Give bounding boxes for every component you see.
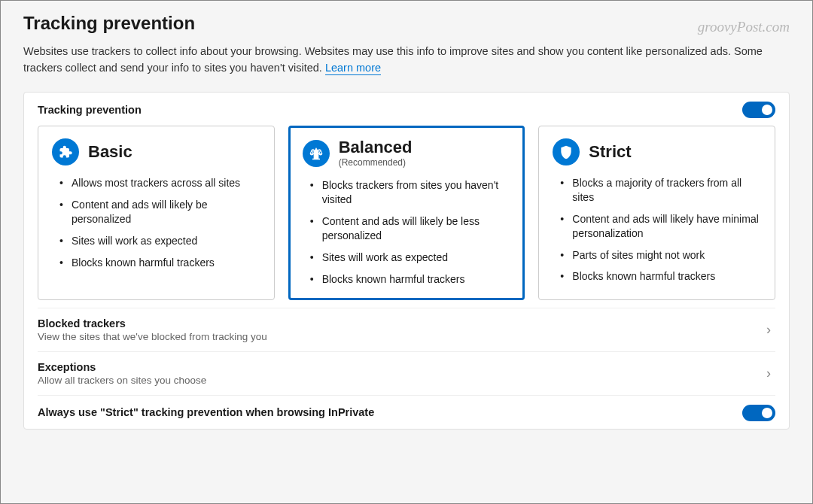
chevron-right-icon: ›: [766, 366, 775, 381]
list-item: Blocks a majority of trackers from all s…: [559, 176, 761, 205]
list-item: Allows most trackers across all sites: [58, 176, 260, 190]
tracking-prevention-panel: Tracking prevention Basic Allows most tr…: [23, 92, 790, 430]
inprivate-strict-row: Always use "Strict" tracking prevention …: [38, 395, 775, 426]
list-item: Content and ads will likely be less pers…: [309, 214, 511, 243]
scales-icon: [303, 140, 330, 167]
learn-more-link[interactable]: Learn more: [325, 62, 381, 75]
list-item: Blocks known harmful trackers: [309, 272, 511, 287]
list-item: Sites will work as expected: [309, 250, 511, 265]
list-item: Sites will work as expected: [58, 234, 260, 248]
level-cards: Basic Allows most trackers across all si…: [38, 126, 775, 301]
card-basic-header: Basic: [52, 138, 260, 165]
inprivate-strict-toggle[interactable]: [742, 405, 775, 421]
inprivate-strict-title: Always use "Strict" tracking prevention …: [38, 406, 374, 418]
shield-icon: [553, 138, 580, 165]
card-basic-title: Basic: [88, 143, 132, 161]
card-balanced-list: Blocks trackers from sites you haven't v…: [303, 178, 511, 286]
page-description: Websites use trackers to collect info ab…: [23, 43, 790, 77]
page-title: Tracking prevention: [23, 13, 790, 34]
card-balanced-header: Balanced (Recommended): [303, 138, 511, 168]
page-description-text: Websites use trackers to collect info ab…: [23, 45, 763, 74]
panel-header-title: Tracking prevention: [38, 104, 142, 116]
card-strict-header: Strict: [553, 138, 761, 165]
card-basic-list: Allows most trackers across all sites Co…: [52, 176, 260, 269]
card-balanced-title: Balanced: [339, 138, 413, 156]
card-balanced-subtitle: (Recommended): [339, 157, 413, 168]
list-item: Blocks known harmful trackers: [559, 269, 761, 284]
exceptions-title: Exceptions: [38, 361, 206, 373]
puzzle-icon: [52, 138, 79, 165]
watermark: groovyPost.com: [698, 19, 790, 35]
card-strict-title: Strict: [589, 143, 631, 161]
exceptions-row[interactable]: Exceptions Allow all trackers on sites y…: [38, 351, 775, 395]
card-strict-list: Blocks a majority of trackers from all s…: [553, 176, 761, 284]
settings-window: groovyPost.com Tracking prevention Websi…: [0, 0, 813, 504]
list-item: Parts of sites might not work: [559, 248, 761, 263]
list-item: Blocks known harmful trackers: [58, 256, 260, 270]
chevron-right-icon: ›: [766, 322, 775, 338]
blocked-trackers-title: Blocked trackers: [38, 317, 267, 329]
list-item: Content and ads will likely be personali…: [58, 198, 260, 226]
card-basic[interactable]: Basic Allows most trackers across all si…: [38, 126, 275, 301]
blocked-trackers-row[interactable]: Blocked trackers View the sites that we'…: [38, 308, 775, 351]
tracking-prevention-toggle[interactable]: [742, 102, 775, 118]
exceptions-desc: Allow all trackers on sites you choose: [38, 375, 206, 386]
list-item: Blocks trackers from sites you haven't v…: [309, 178, 511, 207]
card-strict[interactable]: Strict Blocks a majority of trackers fro…: [538, 126, 775, 301]
blocked-trackers-desc: View the sites that we've blocked from t…: [38, 331, 267, 342]
list-item: Content and ads will likely have minimal…: [559, 212, 761, 241]
panel-header: Tracking prevention: [38, 102, 775, 118]
card-balanced[interactable]: Balanced (Recommended) Blocks trackers f…: [288, 126, 525, 301]
